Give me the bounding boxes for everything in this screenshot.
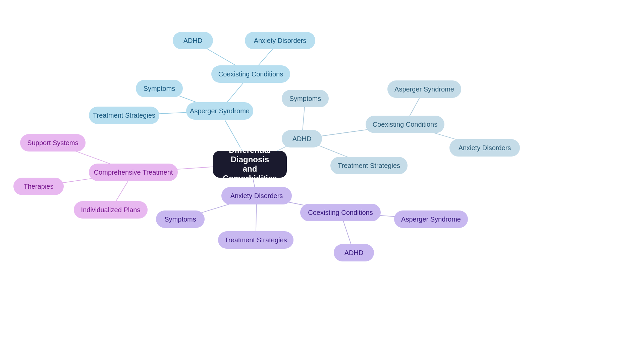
node-support[interactable]: Support Systems xyxy=(20,134,86,152)
node-asperger_bottom[interactable]: Asperger Syndrome xyxy=(394,210,468,228)
node-adhd_bottom[interactable]: ADHD xyxy=(334,244,374,261)
center-node[interactable]: Differential Diagnosis and Comorbidities xyxy=(213,151,287,178)
node-asperger_right[interactable]: Asperger Syndrome xyxy=(387,80,461,98)
node-treatment_blue_left[interactable]: Treatment Strategies xyxy=(89,107,159,124)
node-asperger_blue[interactable]: Asperger Syndrome xyxy=(186,102,253,120)
node-symptoms_right[interactable]: Symptoms xyxy=(282,90,329,107)
node-anxiety_bottom[interactable]: Anxiety Disorders xyxy=(221,187,292,204)
node-anxiety_top[interactable]: Anxiety Disorders xyxy=(245,32,315,49)
node-treatment_bottom[interactable]: Treatment Strategies xyxy=(218,231,293,249)
node-treatment_right[interactable]: Treatment Strategies xyxy=(330,157,408,174)
connections-svg xyxy=(0,0,644,363)
node-individualized[interactable]: Individualized Plans xyxy=(74,201,148,219)
node-therapies[interactable]: Therapies xyxy=(13,178,64,195)
node-coexisting_bottom[interactable]: Coexisting Conditions xyxy=(300,204,381,221)
node-coexisting_blue_top[interactable]: Coexisting Conditions xyxy=(211,65,290,83)
node-adhd_top[interactable]: ADHD xyxy=(173,32,213,49)
node-anxiety_right[interactable]: Anxiety Disorders xyxy=(449,139,520,157)
node-symptoms_blue_left[interactable]: Symptoms xyxy=(136,80,183,97)
mind-map-container: Differential Diagnosis and Comorbidities… xyxy=(0,0,644,363)
node-coexisting_right[interactable]: Coexisting Conditions xyxy=(366,116,444,133)
node-comprehensive[interactable]: Comprehensive Treatment xyxy=(89,164,178,181)
node-symptoms_bottom[interactable]: Symptoms xyxy=(156,210,205,228)
node-adhd_right[interactable]: ADHD xyxy=(282,130,322,147)
